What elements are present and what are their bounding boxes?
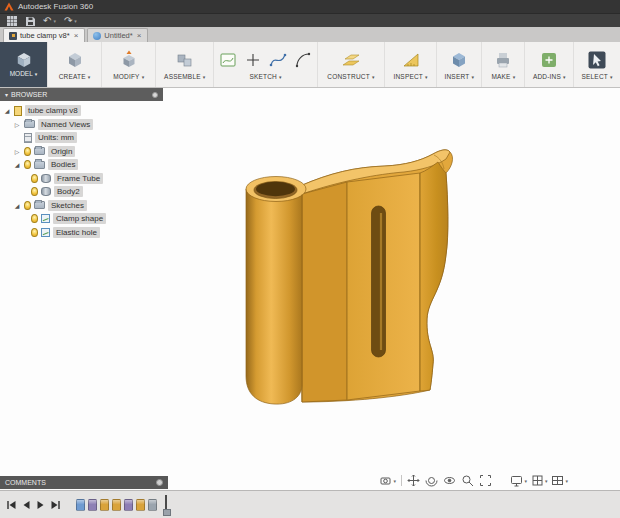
visibility-bulb-icon[interactable]	[24, 160, 31, 169]
timeline-playhead-marker[interactable]	[162, 495, 170, 515]
fusion360-window: Autodesk Fusion 360 ↶ ↷ tube clamp v8* U…	[0, 0, 620, 518]
browser-item-label: Bodies	[48, 159, 78, 170]
folder-icon	[24, 120, 35, 128]
autodesk-logo-icon	[4, 2, 14, 11]
sketch-icon	[41, 228, 50, 237]
save-icon[interactable]	[25, 16, 35, 26]
browser-tree: tube clamp v8 Named Views Units: mm Orig…	[0, 101, 163, 239]
tab-label: tube clamp v8*	[20, 31, 70, 40]
visibility-bulb-icon[interactable]	[31, 174, 38, 183]
browser-item-label: Body2	[54, 186, 83, 197]
main-toolbar: MODEL CREATE MODIFY ASSEMBLE	[0, 42, 620, 88]
measure-icon[interactable]	[401, 50, 421, 70]
play-forward-icon[interactable]	[35, 499, 47, 511]
expand-arrow-icon[interactable]	[13, 148, 21, 155]
visibility-bulb-icon[interactable]	[24, 201, 31, 210]
units-document-icon	[24, 133, 32, 143]
timeline-feature-icon[interactable]	[148, 499, 157, 511]
toolbar-group-construct[interactable]: CONSTRUCT	[317, 42, 384, 87]
browser-options-icon[interactable]	[152, 92, 158, 98]
browser-item-named-views[interactable]: Named Views	[0, 118, 163, 132]
browser-header[interactable]: ▾ BROWSER	[0, 88, 163, 101]
browser-item-origin[interactable]: Origin	[0, 145, 163, 159]
browser-item-sketches[interactable]: Sketches	[0, 199, 163, 213]
browser-item-units[interactable]: Units: mm	[0, 131, 163, 145]
model-workspace-icon	[15, 52, 33, 68]
toolbar-group-select[interactable]: SELECT	[573, 42, 620, 87]
toolbar-group-inspect[interactable]: INSPECT	[384, 42, 436, 87]
insert-mesh-icon[interactable]	[449, 50, 469, 70]
sketch-arc-icon[interactable]	[293, 50, 313, 70]
timeline-feature-sketch-icon[interactable]	[124, 499, 133, 511]
tab-untitled[interactable]: Untitled*	[87, 28, 148, 42]
tab-tube-clamp[interactable]: tube clamp v8*	[3, 28, 85, 42]
folder-icon	[34, 147, 45, 155]
comments-indicator-dot-icon[interactable]	[156, 479, 163, 486]
redo-icon[interactable]: ↷	[64, 16, 77, 26]
expand-arrow-icon[interactable]	[13, 121, 21, 128]
visibility-bulb-icon[interactable]	[24, 147, 31, 156]
zoom-icon[interactable]	[461, 474, 474, 487]
timeline-feature-sketch-icon[interactable]	[76, 499, 85, 511]
create-sketch-icon[interactable]	[218, 50, 238, 70]
skip-to-end-icon[interactable]	[50, 499, 62, 511]
timeline-feature-sketch-icon[interactable]	[88, 499, 97, 511]
select-cursor-icon[interactable]	[587, 50, 607, 70]
expand-arrow-icon[interactable]	[13, 161, 21, 168]
close-tab-icon[interactable]	[73, 32, 80, 40]
undo-icon[interactable]: ↶	[43, 16, 56, 26]
orbit-icon[interactable]	[425, 474, 438, 487]
browser-item-frame-tube[interactable]: Frame Tube	[0, 172, 163, 186]
comments-bar[interactable]: COMMENTS	[0, 476, 168, 489]
visibility-bulb-icon[interactable]	[31, 187, 38, 196]
look-at-icon[interactable]	[443, 474, 456, 487]
browser-item-body2[interactable]: Body2	[0, 185, 163, 199]
sketch-point-icon[interactable]	[243, 50, 263, 70]
toolbar-group-assemble[interactable]: ASSEMBLE	[155, 42, 213, 87]
folder-icon	[34, 201, 45, 209]
display-settings-icon[interactable]	[510, 474, 527, 487]
toolbar-group-addins[interactable]: ADD-INS	[524, 42, 573, 87]
expand-arrow-icon[interactable]	[13, 202, 21, 209]
assemble-components-icon[interactable]	[175, 50, 195, 70]
toolbar-group-modify[interactable]: MODIFY	[101, 42, 155, 87]
toolbar-group-create[interactable]: CREATE	[47, 42, 101, 87]
grid-and-snaps-icon[interactable]	[531, 474, 548, 487]
tab-label: Untitled*	[104, 31, 132, 40]
timeline-feature-extrude-icon[interactable]	[112, 499, 121, 511]
construction-planes-icon[interactable]	[341, 50, 361, 70]
workspace-switcher[interactable]: MODEL	[0, 42, 47, 87]
browser-title: BROWSER	[11, 91, 47, 98]
browser-item-clamp-shape[interactable]: Clamp shape	[0, 212, 163, 226]
toolbar-group-make[interactable]: MAKE	[481, 42, 524, 87]
fit-icon[interactable]	[479, 474, 492, 487]
data-panel-grid-icon[interactable]	[7, 16, 17, 26]
scripts-addins-icon[interactable]	[539, 50, 559, 70]
browser-item-root[interactable]: tube clamp v8	[0, 104, 163, 118]
toolbar-group-sketch[interactable]: SKETCH	[213, 42, 317, 87]
toolbar-group-label: CONSTRUCT	[327, 73, 374, 80]
design-tab-icon	[9, 32, 17, 40]
create-cube-icon[interactable]	[65, 50, 85, 70]
timeline-feature-extrude-icon[interactable]	[136, 499, 145, 511]
press-pull-icon[interactable]	[119, 50, 139, 70]
sketch-spline-icon[interactable]	[268, 50, 288, 70]
timeline-feature-extrude-icon[interactable]	[100, 499, 109, 511]
titlebar: Autodesk Fusion 360	[0, 0, 620, 13]
close-tab-icon[interactable]	[136, 32, 143, 40]
browser-item-bodies[interactable]: Bodies	[0, 158, 163, 172]
expand-arrow-icon[interactable]	[3, 107, 11, 114]
step-back-icon[interactable]	[20, 499, 32, 511]
pan-icon[interactable]	[407, 474, 420, 487]
toolbar-group-insert[interactable]: INSERT	[436, 42, 481, 87]
body-icon	[41, 174, 51, 183]
3d-print-icon[interactable]	[493, 50, 513, 70]
panel-collapse-icon[interactable]: ▾	[5, 91, 8, 98]
browser-panel: ▾ BROWSER tube clamp v8 Named Views Unit…	[0, 88, 163, 239]
skip-to-start-icon[interactable]	[5, 499, 17, 511]
viewports-icon[interactable]	[551, 474, 568, 487]
visibility-bulb-icon[interactable]	[31, 228, 38, 237]
capture-icon[interactable]	[379, 474, 396, 487]
visibility-bulb-icon[interactable]	[31, 214, 38, 223]
browser-item-elastic-hole[interactable]: Elastic hole	[0, 226, 163, 240]
